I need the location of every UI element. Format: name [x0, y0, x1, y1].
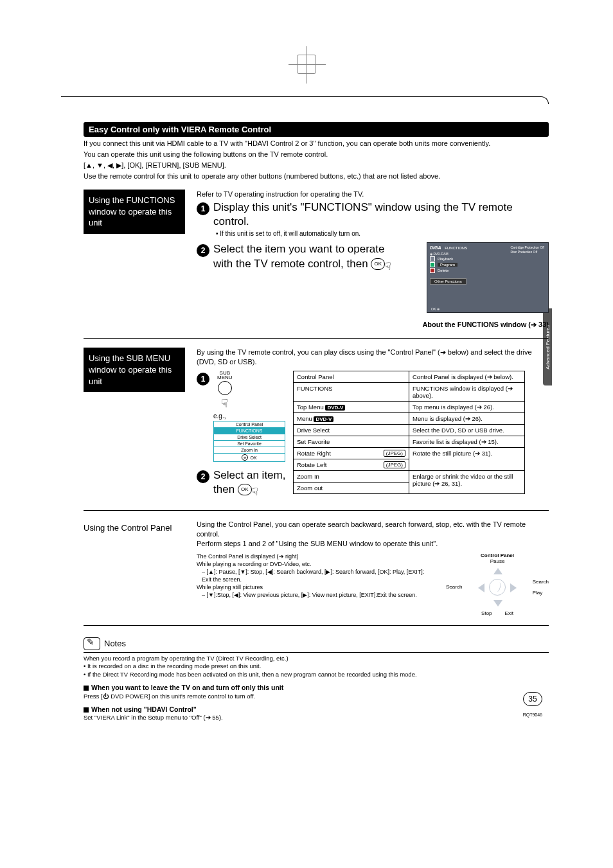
- section-functions: Using the FUNCTIONS window to operate th…: [84, 190, 549, 339]
- black-box-submenu: Using the SUB MENU window to operate thi…: [84, 348, 185, 392]
- hand-icon: ☟: [252, 486, 258, 499]
- d-left: Search: [446, 584, 462, 590]
- notes-header: Notes: [84, 637, 549, 653]
- table-row: FUNCTIONSFUNCTIONS window is displayed (…: [294, 383, 525, 402]
- submenu-example: 1 SUBMENU ☟ e.g., Control Panel FUNCTION…: [197, 371, 287, 501]
- notes-body: When you record a program by operating t…: [84, 655, 549, 723]
- fw-protection: Cartridge Protection Off Disc Protection…: [511, 245, 544, 254]
- notes-h1: When you want to leave the TV on and tur…: [91, 684, 283, 691]
- step-1: 1 Display this unit's "FUNCTIONS" window…: [197, 200, 549, 237]
- step2b-text: Select an item, then OK☟: [213, 468, 287, 496]
- refer-line: Refer to TV operating instruction for op…: [197, 190, 549, 199]
- black-box-functions: Using the FUNCTIONS window to operate th…: [84, 190, 185, 234]
- table-row: Zoom InEnlarge or shrink the video or th…: [294, 471, 525, 483]
- intro-text: If you connect this unit via HDMI cable …: [84, 139, 549, 181]
- table-row: Rotate Right (JPEG)Rotate the still pict…: [294, 448, 525, 459]
- fw-brand: DIGA: [430, 245, 441, 250]
- blue-popup-menu: Control Panel FUNCTIONS Drive Select Set…: [213, 421, 285, 462]
- notes-icon: [84, 637, 100, 650]
- submenu-key-label: SUBMENU: [217, 371, 233, 380]
- table-row: Control PanelControl Panel is displayed …: [294, 371, 525, 383]
- step-number-2b-icon: 2: [197, 470, 209, 483]
- fw-item-delete: Delete: [430, 268, 546, 273]
- step2-label: Select the item you want to operate with…: [213, 243, 385, 269]
- notes-h2: When not using "HDAVI Control": [91, 705, 197, 713]
- blue-row-cp: Control Panel: [214, 421, 285, 428]
- blue-row-funcs: FUNCTIONS: [214, 428, 285, 434]
- intro-p2: You can operate this unit using the foll…: [84, 150, 549, 159]
- ok-button-icon: OK: [371, 258, 385, 270]
- section-control-panel: Using the Control Panel Using the Contro…: [84, 520, 549, 626]
- submenu-table: Control PanelControl Panel is displayed …: [293, 371, 525, 494]
- table-row: Top Menu DVD-VTop menu is displayed (➔ 2…: [294, 402, 525, 413]
- table-row: Menu DVD-VMenu is displayed (➔ 26).: [294, 413, 525, 425]
- page: Easy Control only with VIERA Remote Cont…: [0, 0, 613, 774]
- section-title-bar: Easy Control only with VIERA Remote Cont…: [84, 122, 549, 137]
- fw-prot2: Disc Protection Off: [511, 250, 544, 254]
- blue-footer: ⊕OK: [214, 454, 285, 461]
- step-2: 2 Select the item you want to operate wi…: [197, 242, 401, 270]
- intro-p3: [▲, ▼, ◀, ▶], [OK], [RETURN], [SUB MENU]…: [84, 161, 549, 170]
- sect3-p1: Using the Control Panel, you can operate…: [197, 520, 549, 539]
- notes-title: Notes: [104, 639, 126, 648]
- hand-icon: ☟: [217, 396, 233, 411]
- submenu-button-icon: [218, 381, 232, 395]
- table-row: Set FavoriteFavorite list is displayed (…: [294, 436, 525, 448]
- fw-other-functions: Other Functions: [430, 278, 466, 285]
- page-number: 35: [523, 692, 542, 706]
- dpad-icon: [478, 568, 517, 607]
- fw-item-playback: Playback: [430, 256, 546, 261]
- hand-icon: ☟: [385, 260, 391, 274]
- step2-text: Select the item you want to operate with…: [213, 242, 401, 270]
- fw-item-program: Program: [430, 262, 546, 267]
- d-play: Play: [533, 590, 549, 596]
- blue-row-zoom: Zoom In: [214, 447, 285, 454]
- d-down: Stop: [481, 610, 492, 616]
- step1-bullet: • If this unit is set to off, it will au…: [216, 230, 549, 237]
- section-submenu: Using the SUB MENU window to operate thi…: [84, 348, 549, 511]
- eg-label: e.g.,: [213, 412, 287, 420]
- d-exit: Exit: [505, 610, 513, 616]
- control-panel-diagram: Control Panel Pause Search Search: [446, 553, 549, 616]
- step-number-1b-icon: 1: [197, 373, 209, 385]
- control-instructions: The Control Panel is displayed (➔ right)…: [197, 553, 427, 616]
- blue-row-fav: Set Favorite: [214, 441, 285, 447]
- about-functions-link: About the FUNCTIONS window (➔ 33): [197, 321, 549, 329]
- frame-top: [61, 96, 549, 104]
- intro-p4: Use the remote control for this unit to …: [84, 172, 549, 181]
- square-bullet-icon: [84, 686, 89, 691]
- d-right: Search: [533, 579, 549, 585]
- sect2-intro: By using the TV remote control, you can …: [197, 348, 549, 367]
- step-number-1-icon: 1: [197, 202, 209, 215]
- table-row: Drive SelectSelect the DVD, SD or USB dr…: [294, 425, 525, 436]
- fw-foot: OK ⊕: [431, 307, 440, 311]
- step-number-2-icon: 2: [197, 244, 209, 257]
- sect3-p2: Perform steps 1 and 2 of "Using the SUB …: [197, 539, 549, 549]
- fw-funcs: FUNCTIONS: [445, 246, 467, 250]
- document-code: RQT9046: [523, 713, 542, 717]
- step-2b: 2 Select an item, then OK☟: [197, 468, 287, 496]
- intro-p1: If you connect this unit via HDMI cable …: [84, 139, 549, 148]
- functions-window-mock: DIGA FUNCTIONS Cartridge Protection Off …: [427, 242, 549, 313]
- black-box-control: Using the Control Panel: [84, 520, 185, 536]
- fw-prot1: Cartridge Protection Off: [511, 245, 544, 250]
- ok-button-icon: OK: [238, 484, 252, 495]
- square-bullet-icon: [84, 707, 89, 713]
- blue-row-drive: Drive Select: [214, 434, 285, 441]
- step1-text: Display this unit's "FUNCTIONS" window u…: [213, 200, 549, 229]
